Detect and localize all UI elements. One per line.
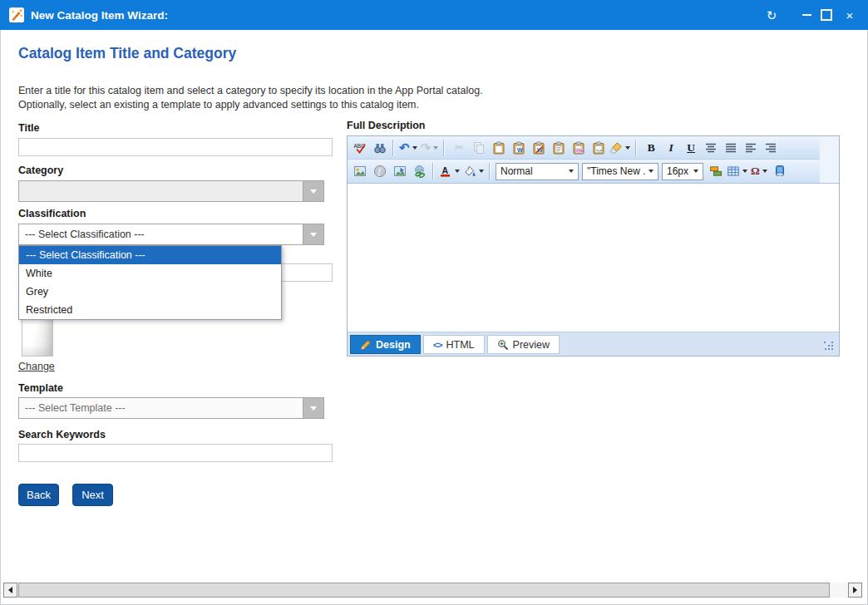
paste-from-word-icon[interactable]: W [510,139,528,157]
insert-symbol-icon[interactable]: Ω [751,162,769,180]
paste-plain-text-icon[interactable] [550,139,568,157]
tab-preview[interactable]: Preview [487,335,560,354]
paste-from-word-strip-font-icon[interactable]: W [530,139,548,157]
scroll-right-arrow-icon [853,587,857,593]
classification-option[interactable]: White [19,264,281,283]
chevron-down-icon [412,146,417,150]
chevron-down-icon[interactable] [303,224,323,244]
media-manager-icon[interactable] [391,162,409,180]
horizontal-scrollbar[interactable] [3,583,862,598]
classification-label: Classification [18,208,86,219]
paste-xml-icon[interactable]: <> [589,139,608,157]
align-right-icon[interactable] [762,139,780,157]
toolbar-separator [392,140,394,156]
chevron-down-icon [742,170,747,173]
classification-option[interactable]: Grey [19,283,281,301]
align-left-icon[interactable] [742,139,760,157]
chevron-down-icon [693,170,698,173]
html-tag-icon: <> [433,340,442,350]
editor-toolbar: ABC↶↷✂WWHTML<>BIU fANormal"Times New ...… [348,136,839,184]
italic-icon[interactable]: I [662,139,680,157]
scroll-left-arrow-icon [8,587,12,593]
tab-preview-label: Preview [513,339,550,351]
foreground-color-icon[interactable]: A [439,162,461,180]
chevron-down-icon [479,170,484,173]
classification-option[interactable]: --- Select Classification --- [19,246,281,264]
cut-icon[interactable]: ✂ [450,139,468,157]
align-justify-icon[interactable] [722,139,740,157]
template-dropdown[interactable]: --- Select Template --- [18,397,324,419]
wizard-wand-icon [9,7,24,22]
scroll-left-button[interactable] [3,583,17,598]
chevron-down-icon[interactable] [303,181,323,201]
description-line1: Enter a title for this catalog item and … [18,84,483,98]
flash-manager-icon[interactable]: f [371,162,389,180]
tab-design-label: Design [376,339,411,351]
change-image-link[interactable]: Change [18,361,55,372]
chevron-down-icon [433,146,438,150]
toolbar-separator [432,163,434,180]
chevron-down-icon[interactable] [303,398,323,418]
hyperlink-manager-icon[interactable] [411,162,429,180]
editor-content-area[interactable] [348,184,839,332]
editor-resize-grip[interactable] [824,342,834,352]
minimize-button[interactable] [796,0,817,30]
font-size-select[interactable]: 16px [662,163,703,180]
svg-text:<>: <> [596,148,603,153]
wizard-window: New Catalog Item Wizard: ↻ × Catalog Ite… [0,0,868,605]
classification-option[interactable]: Restricted [19,301,281,319]
svg-text:W: W [517,147,523,153]
paste-as-html-icon[interactable]: HTML [570,139,588,157]
title-input[interactable] [18,138,333,156]
title-label: Title [18,122,39,134]
insert-table-icon[interactable] [727,162,749,180]
close-icon: × [846,9,854,22]
full-description-label: Full Description [347,120,425,131]
search-keywords-input[interactable] [18,444,333,462]
tab-html-label: HTML [446,339,475,351]
insert-media-icon[interactable] [771,162,789,180]
classification-dropdown[interactable]: --- Select Classification --- [18,224,324,245]
editor-tabstrip: Design<>HTMLPreview [348,332,839,356]
redo-icon[interactable]: ↷ [421,139,441,157]
underline-icon[interactable]: U [682,139,700,157]
paragraph-style-select-value: Normal [501,165,566,177]
image-manager-icon[interactable] [351,162,369,180]
close-button[interactable]: × [839,0,861,30]
chevron-down-icon [455,170,460,173]
toolbar-separator [489,163,491,180]
font-name-select-value: "Times New ... [587,165,646,177]
paste-icon[interactable] [490,139,508,157]
align-center-icon[interactable] [702,139,720,157]
bold-icon[interactable]: B [642,139,660,157]
refresh-button[interactable]: ↻ [761,0,782,30]
find-and-replace-icon[interactable] [371,139,389,157]
tab-html[interactable]: <>HTML [423,335,485,354]
format-stripper-icon[interactable] [609,139,632,157]
classification-dropdown-list: --- Select Classification ---WhiteGreyRe… [18,245,282,320]
rich-text-editor: ABC↶↷✂WWHTML<>BIU fANormal"Times New ...… [347,135,840,357]
font-size-select-value: 16px [667,165,691,177]
scrollbar-thumb[interactable] [18,583,830,598]
background-color-icon[interactable] [463,162,486,180]
undo-icon[interactable]: ↶ [399,139,419,157]
refresh-icon: ↻ [767,9,777,22]
maximize-button[interactable] [816,0,837,30]
font-name-select[interactable]: "Times New ... [582,163,658,180]
tab-design[interactable]: Design [350,335,421,354]
next-button[interactable]: Next [72,484,113,506]
category-dropdown[interactable] [18,180,324,202]
toolbar-row-2: fANormal"Times New ...16pxΩ [348,160,820,183]
template-label: Template [18,382,63,394]
back-button[interactable]: Back [18,484,59,506]
toolbar-row-1: ABC↶↷✂WWHTML<>BIU [348,136,820,160]
paragraph-style-select[interactable]: Normal [496,163,579,180]
description-line2: Optionally, select an existing a templat… [18,98,483,112]
minimize-icon [802,14,811,16]
scroll-right-button[interactable] [848,583,862,598]
spellcheck-icon[interactable]: ABC [351,139,369,157]
design-pencil-icon [360,339,372,351]
chevron-down-icon [649,170,653,173]
copy-icon[interactable] [470,139,488,157]
insert-code-snippet-icon[interactable] [707,162,725,180]
